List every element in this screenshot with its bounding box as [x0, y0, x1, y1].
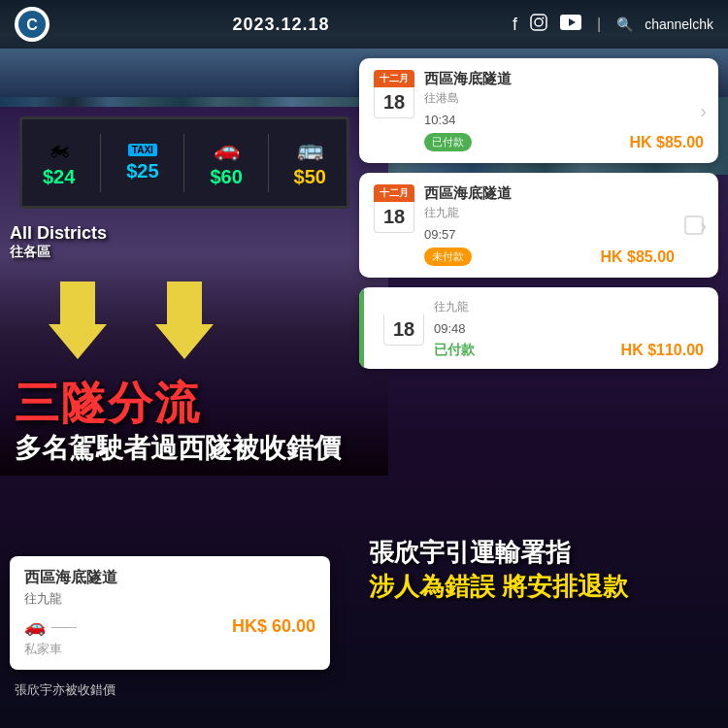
- amount-3: HK $110.00: [621, 342, 704, 359]
- bottom-card-dest: 往九龍: [24, 590, 315, 608]
- taxi-price: $25: [126, 160, 158, 182]
- dest-3: 往九龍: [434, 299, 704, 315]
- car-emoji: 🚗: [24, 615, 46, 637]
- headline-sub: 多名駕駛者過西隧被收錯價: [15, 432, 354, 465]
- facebook-icon[interactable]: f: [513, 15, 517, 35]
- green-line-3: [359, 287, 364, 369]
- motorcycle-icon: 🏍: [49, 137, 70, 162]
- receipt-card-3: 十二月 18 往九龍 09:48 已付款 HK $110.00: [359, 287, 718, 369]
- receipt-bottom-2: 未付款 HK $85.00: [424, 248, 675, 266]
- unpaid-badge-2: 未付款: [424, 248, 472, 266]
- tunnel-1: 西區海底隧道: [424, 70, 704, 88]
- district-title: All Districts: [10, 223, 107, 244]
- paid-label-3: 已付款: [434, 342, 475, 359]
- day-1: 18: [374, 87, 414, 118]
- date-badge-2: 十二月 18: [374, 184, 414, 233]
- date-badge-1: 十二月 18: [374, 70, 414, 118]
- date-badge-3: 十二月 18: [383, 297, 424, 346]
- toll-bus: 🚌 $50: [294, 137, 326, 188]
- receipt-info-1: 西區海底隧道 往港島 10:34 已付款 HK $85.00: [424, 70, 704, 151]
- right-line2: 涉人為錯誤 將安排退款: [369, 572, 718, 602]
- car-icon: 🚗: [214, 137, 240, 162]
- tunnel-2: 西區海底隧道: [424, 184, 675, 203]
- right-receipts-panel: 十二月 18 西區海底隧道 往港島 10:34 已付款 HK $85.00 十二…: [349, 49, 728, 379]
- right-text-block: 張欣宇引運輸署指 涉人為錯誤 將安排退款: [369, 538, 718, 602]
- bottom-card-price: HK$ 60.00: [232, 616, 315, 637]
- social-links: f | 🔍 channelchk: [513, 13, 713, 37]
- dest-2: 往九龍: [424, 205, 675, 221]
- time-3: 09:48: [434, 321, 704, 336]
- receipt-info-2: 西區海底隧道 往九龍 09:57 未付款 HK $85.00: [424, 184, 675, 266]
- headline-main: 三隧分流: [15, 379, 354, 428]
- right-line1: 張欣宇引運輸署指: [369, 538, 718, 568]
- channel-name: channelchk: [645, 17, 713, 32]
- svg-text:C: C: [26, 17, 38, 33]
- car-price: $60: [210, 166, 242, 188]
- header: C 2023.12.18 f | 🔍 channelchk: [0, 0, 728, 49]
- receipt-card-2: 十二月 18 西區海底隧道 往九龍 09:57 未付款 HK $85.00: [359, 173, 718, 278]
- bottom-card-tunnel: 西區海底隧道: [24, 568, 315, 588]
- channel-logo: C: [15, 7, 50, 42]
- right-bottom-text: 張欣宇引運輸署指 涉人為錯誤 將安排退款: [359, 538, 728, 602]
- car-icon-row: 🚗 ——: [24, 615, 77, 637]
- toll-car: 🚗 $60: [210, 137, 242, 188]
- headline-section: 三隧分流 多名駕駛者過西隧被收錯價: [0, 369, 369, 474]
- toll-motorcycle: 🏍 $24: [43, 137, 75, 188]
- time-2: 09:57: [424, 227, 675, 242]
- bottom-card-type: 私家車: [24, 641, 315, 658]
- district-subtitle: 往各區: [10, 244, 107, 261]
- svg-point-3: [535, 18, 543, 26]
- svg-point-4: [543, 17, 545, 18]
- time-1: 10:34: [424, 113, 704, 127]
- receipt-card-1: 十二月 18 西區海底隧道 往港島 10:34 已付款 HK $85.00: [359, 58, 718, 163]
- youtube-icon[interactable]: [560, 15, 581, 35]
- paid-badge-1: 已付款: [424, 133, 472, 151]
- toll-sign-board: 🏍 $24 TAXI $25 🚗 $60 🚌 $50: [19, 116, 349, 209]
- bus-icon: 🚌: [297, 137, 323, 162]
- taxi-label: TAXI: [128, 144, 157, 156]
- amount-2: HK $85.00: [601, 248, 676, 266]
- receipt-bottom-3: 已付款 HK $110.00: [434, 342, 704, 359]
- day-3: 18: [383, 314, 424, 346]
- instagram-icon[interactable]: [529, 13, 548, 37]
- bottom-card-price-row: 🚗 —— HK$ 60.00: [24, 615, 315, 637]
- svg-rect-2: [531, 15, 546, 30]
- bus-price: $50: [294, 166, 326, 188]
- dest-1: 往港島: [424, 90, 704, 107]
- header-date: 2023.12.18: [232, 15, 329, 35]
- motorcycle-price: $24: [43, 166, 75, 188]
- bottom-receipt-card: 西區海底隧道 往九龍 🚗 —— HK$ 60.00 私家車: [10, 556, 330, 670]
- month-1: 十二月: [374, 70, 414, 87]
- district-sign: All Districts 往各區: [10, 223, 107, 261]
- toll-taxi: TAXI $25: [126, 144, 158, 182]
- search-icon[interactable]: 🔍: [616, 17, 633, 32]
- receipt-info-3: 往九龍 09:48 已付款 HK $110.00: [434, 297, 704, 359]
- day-2: 18: [374, 202, 414, 233]
- logo-area: C: [15, 7, 50, 42]
- month-2: 十二月: [374, 184, 414, 202]
- bottom-caption: 張欣宇亦被收錯價: [15, 681, 116, 699]
- receipt-checkbox-2[interactable]: [684, 215, 704, 235]
- receipt-bottom-1: 已付款 HK $85.00: [424, 133, 704, 151]
- amount-1: HK $85.00: [630, 134, 705, 151]
